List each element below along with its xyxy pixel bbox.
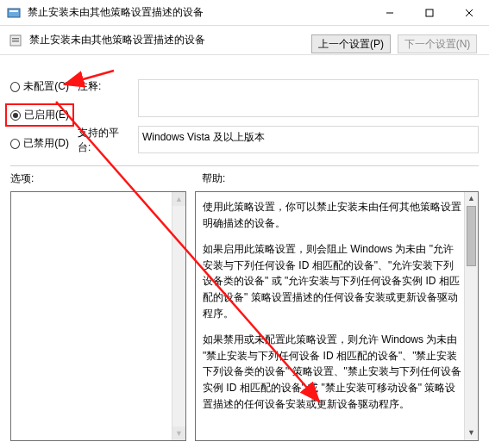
prev-setting-button[interactable]: 上一个设置(P) [311,34,391,53]
radio-group: 未配置(C) 已启用(E) 已禁用(D) [10,79,69,155]
svg-rect-8 [12,40,19,42]
svg-rect-7 [12,38,19,40]
radio-icon [10,139,20,149]
help-scrollbar[interactable]: ▲ ▼ [464,192,478,440]
platform-label: 支持的平台: [78,126,129,155]
svg-rect-1 [9,10,18,12]
minimize-button[interactable] [370,0,410,26]
window-controls [370,0,489,25]
app-icon [7,6,21,20]
divider [10,165,479,166]
maximize-button[interactable] [410,0,449,26]
help-paragraph: 如果禁用或未配置此策略设置，则允许 Windows 为未由 "禁止安装与下列任何… [203,332,462,412]
scroll-down-icon[interactable]: ▼ [465,426,478,440]
comment-field[interactable] [138,79,479,117]
right-column: 注释: 支持的平台: Windows Vista 及以上版本 [78,79,479,155]
panes: ▲ ▼ 使用此策略设置，你可以禁止安装未由任何其他策略设置明确描述的设备。 如果… [0,186,489,448]
scroll-up-icon: ▲ [172,192,185,206]
radio-enabled[interactable]: 已启用(E) [8,106,72,124]
main-area: 未配置(C) 已启用(E) 已禁用(D) 注释: 支持的平台: Windows … [0,55,489,160]
radio-icon [10,110,21,121]
help-paragraph: 如果启用此策略设置，则会阻止 Windows 为未由 "允许安装与下列任何设备 … [203,241,462,321]
window-title: 禁止安装未由其他策略设置描述的设备 [28,5,370,20]
options-label: 选项: [10,171,191,186]
help-paragraph: 使用此策略设置，你可以禁止安装未由任何其他策略设置明确描述的设备。 [203,199,462,231]
next-setting-button: 下一个设置(N) [398,34,477,53]
scroll-thumb[interactable] [467,206,476,266]
svg-rect-0 [8,9,20,17]
radio-disabled[interactable]: 已禁用(D) [10,136,69,151]
nav-row: 上一个设置(P) 下一个设置(N) [311,28,487,53]
platform-row: 支持的平台: Windows Vista 及以上版本 [78,126,479,155]
scroll-down-icon: ▼ [172,426,185,440]
titlebar[interactable]: 禁止安装未由其他策略设置描述的设备 [0,0,489,26]
help-pane[interactable]: 使用此策略设置，你可以禁止安装未由任何其他策略设置明确描述的设备。 如果启用此策… [195,191,479,441]
options-pane[interactable]: ▲ ▼ [10,191,186,441]
close-button[interactable] [449,0,489,26]
radio-not-configured[interactable]: 未配置(C) [10,79,69,94]
comment-row: 注释: [78,79,479,117]
radio-label: 已启用(E) [24,108,69,122]
options-scrollbar: ▲ ▼ [172,192,185,440]
radio-label: 已禁用(D) [23,136,69,151]
policy-icon [9,34,22,47]
comment-label: 注释: [78,79,129,117]
platform-value: Windows Vista 及以上版本 [138,126,479,153]
svg-rect-3 [426,9,433,16]
help-label: 帮助: [202,171,225,186]
scroll-up-icon[interactable]: ▲ [465,192,478,206]
radio-label: 未配置(C) [23,79,69,94]
subheader-title: 禁止安装未由其他策略设置描述的设备 [29,33,205,47]
radio-icon [10,82,20,92]
section-labels: 选项: 帮助: [0,171,489,186]
